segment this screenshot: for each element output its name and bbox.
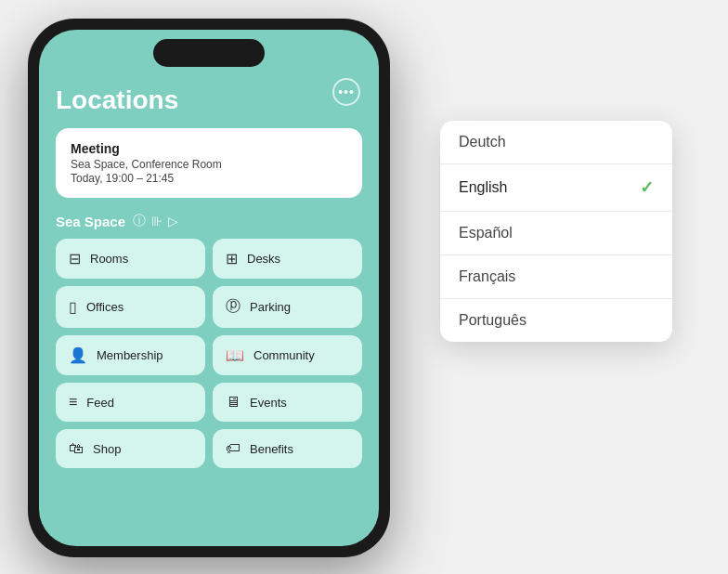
offices-label: Offices <box>86 300 124 314</box>
play-icon[interactable]: ▷ <box>168 214 178 228</box>
grid-item-desks[interactable]: ⊞ Desks <box>213 239 362 279</box>
phone: ••• Locations Meeting Sea Space, Confere… <box>28 19 390 557</box>
lang-francais-label: Français <box>459 268 515 285</box>
lang-item-english[interactable]: English ✓ <box>440 164 672 212</box>
grid-item-feed[interactable]: ≡ Feed <box>56 383 205 422</box>
lang-espanol-label: Español <box>459 225 513 241</box>
sea-space-name: Sea Space <box>56 214 125 229</box>
desks-label: Desks <box>247 252 280 266</box>
shop-label: Shop <box>93 442 121 456</box>
events-label: Events <box>250 396 287 410</box>
feed-icon: ≡ <box>69 394 77 411</box>
benefits-icon: 🏷 <box>226 440 240 457</box>
lang-item-deutsch[interactable]: Deutch <box>440 121 672 164</box>
lang-item-portugues[interactable]: Português <box>440 299 672 342</box>
community-label: Community <box>254 348 315 362</box>
desks-icon: ⊞ <box>226 250 238 267</box>
lang-item-francais[interactable]: Français <box>440 255 672 299</box>
grid-item-parking[interactable]: ⓟ Parking <box>213 286 362 328</box>
sea-space-header: Sea Space ⓘ ⊪ ▷ <box>56 213 362 229</box>
events-icon: 🖥 <box>226 394 240 411</box>
shop-icon: 🛍 <box>69 440 84 457</box>
feed-label: Feed <box>86 396 114 410</box>
meeting-time: Today, 19:00 – 21:45 <box>71 172 347 185</box>
benefits-label: Benefits <box>250 442 293 456</box>
page-title: Locations <box>56 85 362 115</box>
grid-item-offices[interactable]: ▯ Offices <box>56 286 205 328</box>
community-icon: 📖 <box>226 346 244 364</box>
meeting-card[interactable]: Meeting Sea Space, Conference Room Today… <box>56 128 362 198</box>
scene: ••• Locations Meeting Sea Space, Confere… <box>0 0 728 574</box>
selected-check-icon: ✓ <box>640 177 654 198</box>
parking-icon: ⓟ <box>226 297 240 317</box>
language-dropdown: Deutch English ✓ Español Français Portug… <box>440 121 672 342</box>
rooms-label: Rooms <box>90 252 128 266</box>
grid-item-rooms[interactable]: ⊟ Rooms <box>56 239 205 279</box>
grid-item-community[interactable]: 📖 Community <box>213 335 362 375</box>
membership-icon: 👤 <box>69 346 87 364</box>
phone-screen: ••• Locations Meeting Sea Space, Confere… <box>39 30 379 546</box>
phone-notch <box>153 39 265 67</box>
meeting-location: Sea Space, Conference Room <box>71 158 347 171</box>
info-icon[interactable]: ⓘ <box>133 213 146 229</box>
offices-icon: ▯ <box>69 298 77 316</box>
rooms-icon: ⊟ <box>69 250 81 267</box>
grid-item-events[interactable]: 🖥 Events <box>213 383 362 422</box>
lang-portugues-label: Português <box>459 312 526 329</box>
parking-label: Parking <box>250 300 291 314</box>
chart-icon[interactable]: ⊪ <box>151 214 162 228</box>
lang-english-label: English <box>459 179 507 196</box>
lang-item-espanol[interactable]: Español <box>440 212 672 255</box>
grid-item-benefits[interactable]: 🏷 Benefits <box>213 429 362 468</box>
grid-item-shop[interactable]: 🛍 Shop <box>56 429 205 468</box>
menu-grid: ⊟ Rooms ⊞ Desks ▯ Offices ⓟ Parking <box>56 239 362 468</box>
meeting-title: Meeting <box>71 141 347 156</box>
membership-label: Membership <box>97 348 163 362</box>
more-icon: ••• <box>338 85 355 98</box>
lang-deutsch-label: Deutch <box>459 134 506 150</box>
grid-item-membership[interactable]: 👤 Membership <box>56 335 205 375</box>
more-button[interactable]: ••• <box>332 78 360 106</box>
sea-space-icons: ⓘ ⊪ ▷ <box>133 213 178 229</box>
phone-content: ••• Locations Meeting Sea Space, Confere… <box>39 30 379 546</box>
